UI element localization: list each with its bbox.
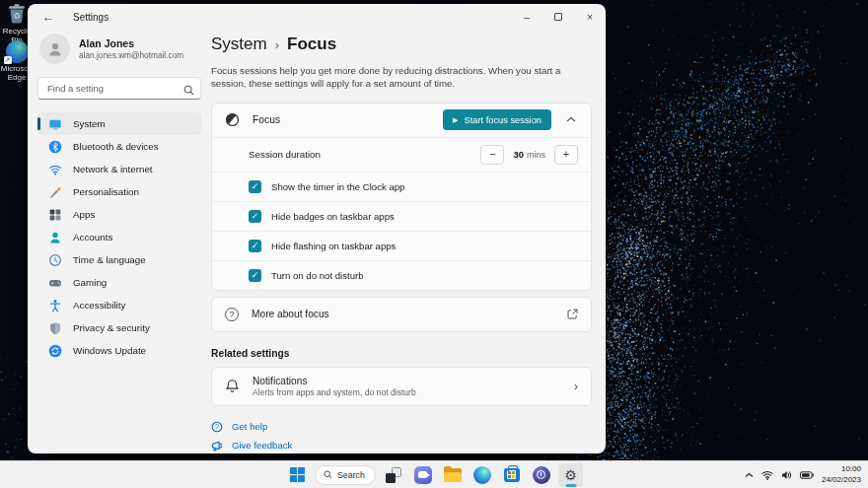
chevron-up-icon (566, 116, 576, 123)
main-content: System › Focus Focus sessions help you g… (211, 30, 606, 453)
sidebar-item-label: Personalisation (73, 186, 139, 197)
sidebar-item-label: Time & language (73, 254, 146, 265)
taskbar-search[interactable]: Search (315, 465, 376, 485)
checkbox-hide-badges[interactable]: ✓ (249, 210, 261, 223)
sidebar-item-network[interactable]: Network & internet (37, 158, 201, 180)
sidebar-item-time-language[interactable]: Time & language (37, 248, 201, 271)
task-view-icon (386, 467, 401, 483)
store-button[interactable] (499, 463, 524, 487)
sidebar-item-gaming[interactable]: Gaming (37, 271, 201, 294)
maximize-icon (554, 13, 562, 21)
sidebar-item-apps[interactable]: Apps (37, 203, 201, 226)
breadcrumb-system[interactable]: System (211, 35, 267, 54)
search-box (37, 77, 201, 100)
settings-app-button[interactable]: ⚙ (558, 463, 583, 487)
sidebar-item-personalisation[interactable]: Personalisation (37, 180, 201, 203)
minimize-button[interactable]: – (511, 4, 542, 30)
person-icon (46, 40, 64, 58)
settings-window: ← Settings – × Alan (28, 4, 606, 453)
file-explorer-button[interactable] (440, 463, 465, 487)
sidebar-item-privacy[interactable]: Privacy & security (37, 316, 201, 339)
get-help-link[interactable]: ? Get help (211, 421, 267, 433)
sidebar-item-label: Network & internet (73, 164, 153, 174)
search-icon (183, 82, 194, 100)
sidebar-item-label: Privacy & security (73, 322, 150, 333)
tray-date: 24/02/2023 (822, 475, 861, 485)
checkbox-label: Hide badges on taskbar apps (271, 211, 395, 222)
apps-icon (48, 208, 62, 222)
sidebar-item-label: Accessibility (73, 300, 125, 311)
checkbox-label: Hide flashing on taskbar apps (271, 241, 396, 251)
clock-icon (48, 253, 62, 267)
start-focus-session-button[interactable]: ▶ Start focus session (443, 109, 551, 130)
sidebar-item-bluetooth[interactable]: Bluetooth & devices (37, 135, 201, 158)
sidebar-item-accessibility[interactable]: Accessibility (37, 294, 201, 316)
chevron-right-icon: › (574, 379, 578, 393)
duration-unit: mins (527, 150, 545, 160)
session-duration-row: Session duration − 30mins + (212, 137, 591, 172)
session-duration-label: Session duration (249, 149, 321, 160)
system-icon (48, 117, 62, 131)
shortcut-arrow-icon: ↗ (4, 56, 12, 64)
give-feedback-link[interactable]: Give feedback (211, 440, 292, 452)
speaker-icon[interactable] (781, 470, 792, 480)
profile-name: Alan Jones (79, 37, 183, 49)
close-button[interactable]: × (574, 4, 606, 30)
shield-icon (48, 321, 62, 335)
start-button[interactable] (285, 463, 310, 487)
notifications-card[interactable]: Notifications Alerts from apps and syste… (211, 367, 592, 406)
brush-icon (48, 185, 62, 199)
checkbox-row-flashing: ✓ Hide flashing on taskbar apps (212, 231, 591, 260)
store-icon (504, 468, 520, 482)
sidebar-item-label: Accounts (73, 232, 112, 243)
search-input[interactable] (37, 77, 201, 100)
wifi-icon[interactable] (761, 470, 773, 480)
profile-block[interactable]: Alan Jones alan.jones.wm@hotmail.com (39, 34, 199, 64)
svg-text:?: ? (215, 423, 219, 430)
update-icon (48, 344, 62, 358)
sidebar-item-windows-update[interactable]: Windows Update (37, 339, 201, 362)
taskbar-clock[interactable]: 10:00 24/02/2023 (822, 464, 861, 485)
chat-icon (414, 466, 432, 484)
checkbox-do-not-disturb[interactable]: ✓ (249, 269, 261, 282)
collapse-chevron-button[interactable] (564, 114, 578, 125)
back-button[interactable]: ← (34, 5, 63, 29)
duration-increase-button[interactable]: + (554, 145, 578, 165)
clock-app-icon (533, 466, 550, 484)
edge-button[interactable] (470, 463, 494, 487)
maximize-button[interactable] (542, 4, 574, 30)
bell-icon (225, 379, 240, 393)
sidebar-item-label: Bluetooth & devices (73, 141, 159, 152)
taskbar-search-label: Search (337, 470, 365, 480)
sidebar-item-label: Gaming (73, 277, 107, 288)
hidden-icons-chevron[interactable] (745, 472, 754, 478)
profile-email: alan.jones.wm@hotmail.com (79, 50, 183, 60)
svg-text:♻: ♻ (13, 11, 21, 21)
checkbox-row-dnd: ✓ Turn on do not disturb (212, 260, 591, 290)
desktop: ♻ Recycle Bin ↗ Microsoft Edge ← Setting… (0, 0, 868, 488)
checkbox-hide-flashing[interactable]: ✓ (249, 240, 261, 252)
focus-card: Focus ▶ Start focus session Session dura… (211, 103, 592, 291)
battery-icon[interactable] (800, 471, 814, 479)
sidebar: Alan Jones alan.jones.wm@hotmail.com Sys… (28, 30, 211, 453)
system-tray: 10:00 24/02/2023 (745, 461, 861, 488)
task-view-button[interactable] (381, 463, 405, 487)
accounts-icon (48, 231, 62, 244)
clock-app-button[interactable] (529, 463, 553, 487)
folder-icon (444, 468, 462, 482)
sidebar-item-accounts[interactable]: Accounts (37, 226, 201, 248)
sidebar-item-system[interactable]: System (37, 112, 201, 135)
duration-decrease-button[interactable]: − (480, 145, 504, 165)
duration-value: 30mins (513, 149, 545, 160)
footer-links: ? Get help Give feedback (211, 421, 592, 452)
bluetooth-icon (48, 140, 62, 154)
more-about-focus-label: More about focus (252, 309, 329, 319)
checkbox-label: Show the timer in the Clock app (271, 181, 404, 192)
chat-button[interactable] (410, 463, 435, 487)
recycle-bin-icon: ♻ (5, 2, 29, 26)
play-icon: ▶ (453, 116, 458, 124)
checkbox-show-timer[interactable]: ✓ (249, 180, 261, 193)
related-settings-heading: Related settings (211, 348, 592, 359)
gamepad-icon (48, 276, 62, 290)
more-about-focus-card[interactable]: ? More about focus (211, 297, 592, 332)
